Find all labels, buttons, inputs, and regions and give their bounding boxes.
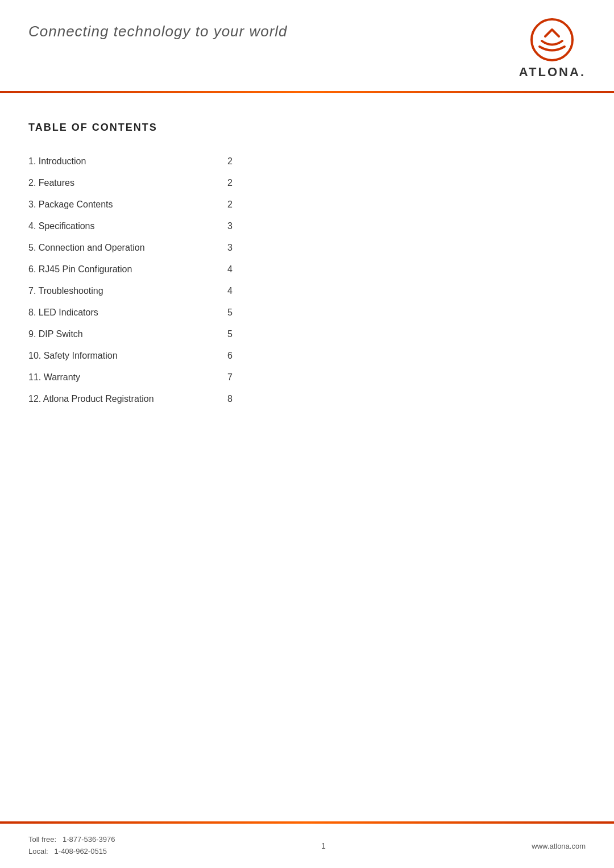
toc-item-page: 4 <box>227 280 244 302</box>
toc-title: TABLE OF CONTENTS <box>28 122 586 134</box>
footer-local: Local: 1-408-962-0515 <box>28 846 115 858</box>
toc-row: 4. Specifications3 <box>28 215 244 237</box>
toc-item-label: 8. LED Indicators <box>28 302 227 323</box>
toc-item-label: 9. DIP Switch <box>28 323 227 345</box>
toc-item-label: 6. RJ45 Pin Configuration <box>28 259 227 280</box>
toc-item-page: 3 <box>227 215 244 237</box>
toc-item-label: 3. Package Contents <box>28 194 227 215</box>
local-label: Local: <box>28 847 48 855</box>
toc-row: 10. Safety Information6 <box>28 345 244 367</box>
footer-tollfree: Toll free: 1-877-536-3976 <box>28 834 115 846</box>
header-tagline: Connecting technology to your world <box>28 17 288 40</box>
svg-point-0 <box>532 19 572 60</box>
local-number: 1-408-962-0515 <box>55 847 107 855</box>
toc-row: 8. LED Indicators5 <box>28 302 244 323</box>
footer-page-number: 1 <box>321 841 326 850</box>
toc-item-page: 2 <box>227 172 244 194</box>
toc-item-page: 2 <box>227 151 244 172</box>
atlona-logo: ATLONA. <box>519 17 586 80</box>
toc-table: 1. Introduction22. Features23. Package C… <box>28 151 244 410</box>
toc-item-page: 7 <box>227 367 244 388</box>
toc-row: 3. Package Contents2 <box>28 194 244 215</box>
atlona-logo-text: ATLONA. <box>519 65 586 80</box>
footer-website: www.atlona.com <box>532 842 586 850</box>
toc-row: 6. RJ45 Pin Configuration4 <box>28 259 244 280</box>
toc-item-page: 6 <box>227 345 244 367</box>
toc-row: 9. DIP Switch5 <box>28 323 244 345</box>
toc-item-page: 3 <box>227 237 244 259</box>
toc-item-page: 8 <box>227 388 244 410</box>
toll-free-label: Toll free: <box>28 835 56 844</box>
page-wrapper: Connecting technology to your world ATLO… <box>0 0 614 868</box>
toc-item-page: 2 <box>227 194 244 215</box>
toc-item-page: 4 <box>227 259 244 280</box>
toc-item-page: 5 <box>227 302 244 323</box>
toc-row: 12. Atlona Product Registration8 <box>28 388 244 410</box>
toc-row: 2. Features2 <box>28 172 244 194</box>
footer-contact: Toll free: 1-877-536-3976 Local: 1-408-9… <box>28 834 115 858</box>
toc-row: 7. Troubleshooting4 <box>28 280 244 302</box>
header: Connecting technology to your world ATLO… <box>0 0 614 91</box>
toc-item-label: 11. Warranty <box>28 367 227 388</box>
toc-item-label: 12. Atlona Product Registration <box>28 388 227 410</box>
toll-free-number: 1-877-536-3976 <box>63 835 115 844</box>
toc-row: 5. Connection and Operation3 <box>28 237 244 259</box>
toc-item-label: 5. Connection and Operation <box>28 237 227 259</box>
toc-item-page: 5 <box>227 323 244 345</box>
toc-item-label: 7. Troubleshooting <box>28 280 227 302</box>
toc-row: 11. Warranty7 <box>28 367 244 388</box>
footer: Toll free: 1-877-536-3976 Local: 1-408-9… <box>0 824 614 868</box>
toc-item-label: 10. Safety Information <box>28 345 227 367</box>
toc-row: 1. Introduction2 <box>28 151 244 172</box>
main-content: TABLE OF CONTENTS 1. Introduction22. Fea… <box>0 93 614 821</box>
toc-item-label: 1. Introduction <box>28 151 227 172</box>
toc-item-label: 2. Features <box>28 172 227 194</box>
atlona-logo-icon <box>529 17 575 63</box>
toc-item-label: 4. Specifications <box>28 215 227 237</box>
